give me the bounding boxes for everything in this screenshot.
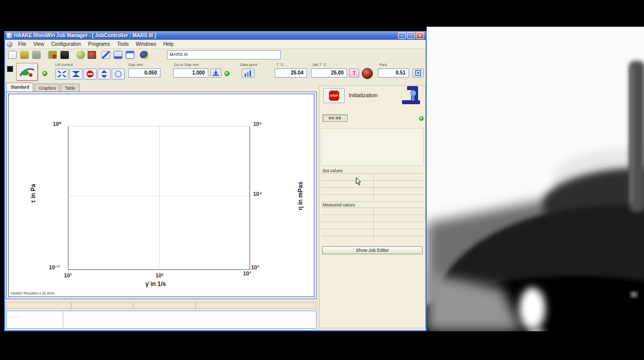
circle-icon (114, 70, 122, 78)
screen: HAAKE RheoWin Job Manager - [ JobControl… (0, 0, 644, 360)
ytick-right-mid: 10⁴ (253, 191, 262, 197)
table-divider (373, 174, 374, 200)
table-row (321, 188, 424, 195)
goto-gap-value-field[interactable]: 1.000 (173, 68, 208, 78)
data-point-button[interactable] (242, 68, 255, 78)
data-point-chart-icon (244, 70, 252, 77)
y-axis-right-label: η in mPas (297, 182, 304, 210)
title-bar[interactable]: HAAKE RheoWin Job Manager - [ JobControl… (5, 31, 426, 40)
menu-tools[interactable]: Tools (113, 40, 132, 48)
lift-zero-button[interactable] (112, 68, 125, 80)
table-row (321, 208, 424, 215)
gap-value-field[interactable]: 0.050 (128, 68, 160, 78)
device-status-led (42, 71, 47, 76)
main-toolbar: MARS III (5, 49, 426, 62)
job-status-text: Initialization (349, 92, 377, 98)
horizontal-gridline (68, 196, 250, 196)
chart-frame: 10⁰ 10⁻¹ 10⁵ 10⁴ 10³ 10¹ 10² 10³ τ in Pa… (8, 94, 314, 297)
aux-button[interactable] (413, 68, 424, 78)
rheometer-device-icon (398, 84, 422, 106)
window-layout-icon[interactable] (126, 51, 134, 59)
table-row (321, 174, 424, 181)
panel-status-led (419, 116, 424, 121)
tab-table[interactable]: Table (60, 84, 79, 92)
open-folder-icon[interactable] (20, 51, 29, 59)
status-square-indicator (7, 66, 13, 72)
temperature-label: T °C (276, 62, 284, 67)
device-toolbar: Lift control (5, 62, 426, 84)
menu-windows[interactable]: Windows (132, 40, 160, 48)
info-sphere-icon[interactable] (140, 51, 148, 59)
device-select[interactable]: MARS III (167, 50, 281, 59)
message-log: ------ (6, 311, 316, 329)
new-document-icon[interactable] (8, 51, 17, 59)
temperature-stop-button[interactable] (362, 68, 373, 79)
table-row (321, 215, 424, 222)
y-axis-left-label: τ in Pa (30, 184, 37, 202)
chart-panel: 10⁰ 10⁻¹ 10⁵ 10⁴ 10³ 10¹ 10² 10³ τ in Pa… (6, 92, 316, 299)
table-row (321, 229, 424, 236)
job-info-box (321, 128, 424, 166)
gap-label: Gap mm (128, 62, 143, 67)
measured-values-table (321, 207, 424, 241)
arrows-in-icon (71, 70, 80, 78)
chart-credit-text: HAAKE RheoWin 4.30.0000 (11, 292, 55, 295)
edit-pen-icon[interactable] (102, 51, 110, 59)
temperature-apply-button[interactable]: T (349, 68, 359, 78)
copy-job-icon[interactable] (48, 51, 57, 59)
lift-open-button[interactable] (55, 68, 68, 80)
xtick-3: 10³ (243, 270, 251, 276)
gap-status-led (224, 71, 229, 76)
tab-graphics[interactable]: Graphics (34, 84, 59, 92)
menu-bar: File View Configuration Programs Tools W… (5, 40, 426, 49)
aux-icon (415, 70, 421, 76)
show-job-editor-button[interactable]: Show Job Editor (322, 246, 423, 254)
arrows-out-icon (57, 70, 66, 78)
pas-label: Pa/s (379, 62, 387, 67)
table-divider (373, 208, 374, 241)
report-icon[interactable] (114, 51, 122, 59)
x-axis-label: γ̇ in 1/s (145, 280, 166, 287)
minimize-button[interactable]: – (398, 32, 406, 39)
ytick-right-bottom: 10³ (251, 264, 259, 270)
print-icon[interactable] (60, 51, 69, 59)
menu-configuration[interactable]: Configuration (48, 40, 85, 48)
app-icon (7, 33, 12, 38)
goto-gap-button[interactable] (210, 68, 221, 78)
tab-standard[interactable]: Standard (6, 83, 33, 92)
plot-area (68, 126, 250, 270)
menu-file[interactable]: File (15, 40, 30, 48)
lift-close-button[interactable] (69, 68, 83, 80)
log-placeholder-text: ------ (11, 314, 22, 319)
device-connect-icon (18, 65, 36, 79)
lift-control-label: Lift control (55, 62, 73, 67)
main-area: Standard Graphics Table 10⁰ 10⁻¹ 10⁵ 10⁴… (5, 83, 426, 329)
table-row (321, 236, 424, 243)
set-temperature-value-field[interactable]: 25.00 (311, 68, 347, 78)
table-row (321, 181, 424, 188)
close-button[interactable]: × (416, 32, 424, 39)
ytick-left-top: 10⁰ (53, 121, 61, 127)
save-icon[interactable] (32, 51, 41, 59)
stop-sign-icon: STOP (328, 90, 340, 102)
menu-view[interactable]: View (30, 40, 48, 48)
pas-value-field: 0.51 (378, 68, 409, 78)
xtick-1: 10¹ (64, 272, 72, 278)
set-temperature-label: Set T °C (312, 62, 327, 67)
lift-updown-button[interactable] (98, 68, 111, 80)
goto-gap-label: Go to Gap mm (174, 62, 199, 67)
record-icon[interactable] (88, 51, 96, 59)
maximize-button[interactable]: □ (407, 32, 415, 39)
menu-programs[interactable]: Programs (85, 40, 113, 48)
connect-device-button[interactable] (16, 63, 38, 81)
ytick-right-top: 10⁵ (253, 121, 262, 127)
status-strip (6, 302, 316, 309)
stop-job-button[interactable]: STOP (324, 88, 345, 103)
status-strip-segment (7, 303, 71, 308)
menu-help[interactable]: Help (159, 40, 177, 48)
lift-stop-button[interactable] (84, 68, 97, 80)
rheometer-plate-photo (427, 27, 644, 331)
table-row (321, 195, 424, 202)
globe-icon[interactable] (76, 51, 85, 59)
status-strip-segment (133, 303, 196, 308)
